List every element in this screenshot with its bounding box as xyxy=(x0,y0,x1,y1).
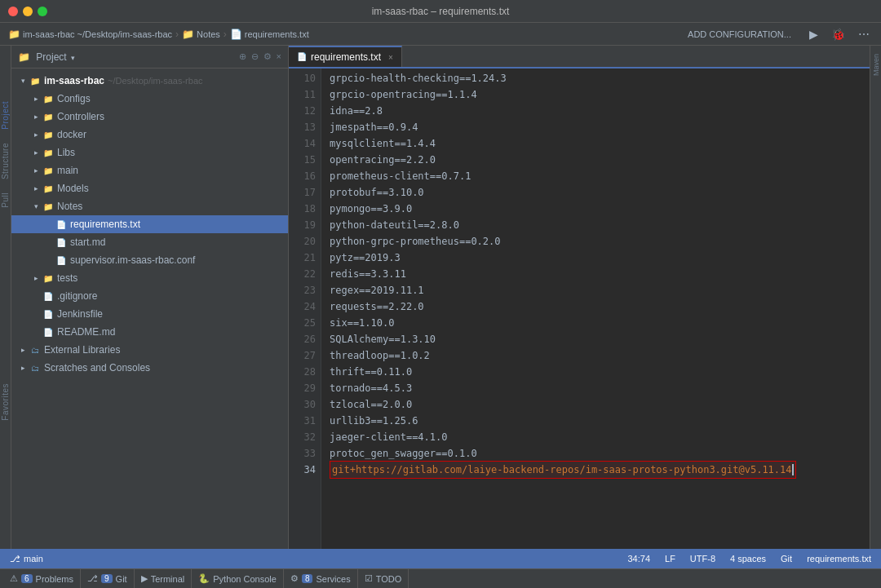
main-layout: Project Structure Pull Favorites 📁 Proje… xyxy=(0,46,881,549)
tree-item-start[interactable]: 📄 start.md xyxy=(11,233,288,251)
tree-item-scratches[interactable]: 🗂 Scratches and Consoles xyxy=(11,359,288,377)
add-config-button[interactable]: ADD CONFIGURATION... xyxy=(688,29,791,39)
tree-item-gitignore[interactable]: 📄 .gitignore xyxy=(11,287,288,305)
tests-arrow xyxy=(31,273,41,283)
status-lf[interactable]: LF xyxy=(662,554,679,564)
jenkins-file-icon: 📄 xyxy=(42,308,54,320)
ln-21: 21 xyxy=(294,250,316,266)
tests-folder-icon: 📁 xyxy=(42,272,54,284)
breadcrumb-project[interactable]: 📁 im-saas-rbac ~/Desktop/im-saas-rbac xyxy=(8,29,172,40)
root-arrow xyxy=(18,76,28,86)
ln-23: 23 xyxy=(294,282,316,298)
status-position[interactable]: 34:74 xyxy=(624,554,653,564)
terminal-label: Terminal xyxy=(151,574,185,584)
req-label: requirements.txt xyxy=(70,219,140,230)
tab-requirements[interactable]: 📄 requirements.txt × xyxy=(289,46,402,67)
sidebar-item-project[interactable]: Project xyxy=(0,95,11,136)
code-line-15: opentracing==2.2.0 xyxy=(330,152,873,168)
status-encoding[interactable]: UTF-8 xyxy=(687,554,719,564)
panel-close-icon[interactable]: × xyxy=(277,51,281,62)
sidebar-item-structure[interactable]: Structure xyxy=(0,136,11,186)
ln-28: 28 xyxy=(294,364,316,380)
main-arrow xyxy=(31,166,41,175)
sidebar-item-pull[interactable]: Pull xyxy=(0,186,11,214)
bottom-tab-git[interactable]: ⎇ 9 Git xyxy=(81,569,135,589)
problems-label: Problems xyxy=(36,574,73,584)
code-area[interactable]: grpcio-health-checking==1.24.3 grpcio-op… xyxy=(321,69,881,549)
tree-item-configs[interactable]: 📁 Configs xyxy=(11,90,288,108)
status-left: ⎇ main xyxy=(7,554,46,564)
code-line-12: idna==2.8 xyxy=(330,103,873,119)
tree-item-requirements[interactable]: 📄 requirements.txt xyxy=(11,215,288,233)
status-git[interactable]: Git xyxy=(777,554,795,564)
configs-arrow xyxy=(31,94,41,104)
tree-item-readme[interactable]: 📄 README.md xyxy=(11,323,288,341)
tree-item-controllers[interactable]: 📁 Controllers xyxy=(11,108,288,126)
collapse-icon[interactable]: ⊖ xyxy=(251,51,259,62)
branch-name: main xyxy=(24,554,43,564)
tree-item-models[interactable]: 📁 Models xyxy=(11,179,288,197)
locate-icon[interactable]: ⊕ xyxy=(239,51,246,62)
python-icon: 🐍 xyxy=(198,573,210,584)
bottom-tab-todo[interactable]: ☑ TODO xyxy=(358,569,410,589)
status-indent[interactable]: 4 spaces xyxy=(727,554,769,564)
tree-item-ext-libs[interactable]: 🗂 External Libraries xyxy=(11,341,288,359)
status-filetype[interactable]: requirements.txt xyxy=(804,554,874,564)
tree-item-supervisor[interactable]: 📄 supervisor.im-saas-rbac.conf xyxy=(11,251,288,269)
tree-item-docker[interactable]: 📁 docker xyxy=(11,126,288,144)
breadcrumb: 📁 im-saas-rbac ~/Desktop/im-saas-rbac › … xyxy=(8,29,309,40)
ext-libs-icon: 🗂 xyxy=(29,344,41,356)
breadcrumb-notes[interactable]: 📁 Notes xyxy=(182,29,220,40)
code-line-26: SQLAlchemy==1.3.10 xyxy=(330,331,873,347)
tests-label: tests xyxy=(57,272,77,284)
sidebar-item-favorites[interactable]: Favorites xyxy=(0,377,11,427)
git-url-box: git+https://gitlab.com/laiye-backend-rep… xyxy=(330,461,796,479)
code-line-24: requests==2.22.0 xyxy=(330,298,873,315)
code-line-10: grpcio-health-checking==1.24.3 xyxy=(330,70,873,86)
tree-item-notes[interactable]: 📁 Notes xyxy=(11,197,288,215)
breadcrumb-file[interactable]: 📄 requirements.txt xyxy=(230,29,309,40)
tree-root[interactable]: 📁 im-saas-rbac ~/Desktop/im-saas-rbac xyxy=(11,72,288,90)
debug-button[interactable]: 🐞 xyxy=(828,26,848,42)
bottom-tab-services[interactable]: ⚙ 8 Services xyxy=(284,569,358,589)
git-label: Git xyxy=(116,574,127,584)
tab-close-icon[interactable]: × xyxy=(388,53,393,62)
code-line-16: prometheus-client==0.7.1 xyxy=(330,168,873,184)
status-branch[interactable]: ⎇ main xyxy=(7,554,46,564)
status-bar: ⎇ main 34:74 LF UTF-8 4 spaces Git requi… xyxy=(0,549,881,568)
bottom-tab-problems[interactable]: ⚠ 6 Problems xyxy=(3,569,81,589)
scratches-arrow xyxy=(18,363,28,373)
right-label-maven[interactable]: Maven xyxy=(872,54,880,76)
more-button[interactable]: ⋯ xyxy=(855,26,873,42)
tab-label: requirements.txt xyxy=(311,51,381,63)
tree-item-main[interactable]: 📁 main xyxy=(11,161,288,179)
code-line-23: regex==2019.11.1 xyxy=(330,282,873,298)
bottom-tab-python-console[interactable]: 🐍 Python Console xyxy=(192,569,284,589)
bottom-tab-terminal[interactable]: ▶ Terminal xyxy=(135,569,193,589)
code-line-22: redis==3.3.11 xyxy=(330,266,873,282)
ln-20: 20 xyxy=(294,233,316,250)
tree-item-libs[interactable]: 📁 Libs xyxy=(11,144,288,161)
tree-item-jenkinsfile[interactable]: 📄 Jenkinsfile xyxy=(11,305,288,323)
problems-icon: ⚠ xyxy=(10,573,18,584)
configs-label: Configs xyxy=(57,93,91,104)
ln-17: 17 xyxy=(294,184,316,201)
left-sidebar: Project Structure Pull Favorites xyxy=(0,46,11,549)
root-folder-icon: 📁 xyxy=(29,75,41,86)
maximize-button[interactable] xyxy=(38,7,47,16)
code-line-18: pymongo==3.9.0 xyxy=(330,201,873,217)
gitignore-label: .gitignore xyxy=(57,290,97,302)
tree-item-tests[interactable]: 📁 tests xyxy=(11,269,288,287)
dropdown-icon: ▾ xyxy=(71,54,75,62)
minimize-button[interactable] xyxy=(23,7,33,16)
services-icon: ⚙ xyxy=(290,573,299,584)
settings-icon[interactable]: ⚙ xyxy=(263,51,272,62)
run-button[interactable]: ▶ xyxy=(806,26,821,42)
models-label: Models xyxy=(57,183,89,194)
ln-12: 12 xyxy=(294,103,316,119)
close-button[interactable] xyxy=(8,7,18,16)
ln-14: 14 xyxy=(294,135,316,152)
window-controls[interactable] xyxy=(8,7,47,16)
ln-10: 10 xyxy=(294,70,316,86)
controllers-folder-icon: 📁 xyxy=(42,111,54,122)
